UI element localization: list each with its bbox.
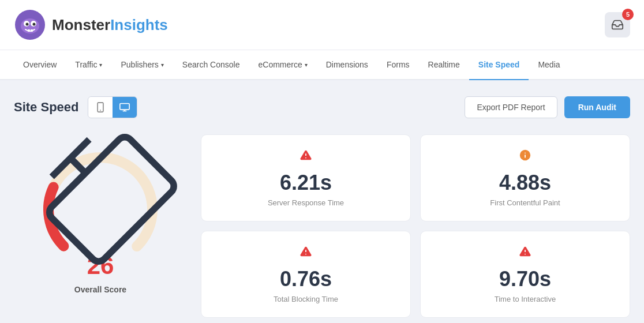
svg-point-28 [525, 254, 526, 255]
nav-item-media[interactable]: Media [529, 50, 569, 80]
notification-badge: 5 [622, 9, 634, 20]
chevron-down-icon: ▾ [99, 62, 102, 68]
nav-item-publishers[interactable]: Publishers ▾ [111, 50, 173, 80]
logo-text: MonsterInsights [52, 16, 168, 34]
main-content: Site Speed [0, 80, 644, 323]
svg-rect-9 [31, 29, 33, 32]
time-to-interactive-value: 9.70s [499, 267, 551, 291]
warning-icon [299, 245, 312, 261]
page-title: Site Speed [14, 100, 78, 115]
svg-point-4 [26, 23, 29, 26]
metric-card-total-blocking-time: 0.76s Total Blocking Time [201, 231, 411, 318]
score-circle: 26 Overall Score [37, 146, 164, 273]
metric-card-first-contentful-paint: 4.88s First Contentful Paint [420, 134, 630, 221]
main-nav: Overview Traffic ▾ Publishers ▾ Search C… [0, 50, 644, 80]
nav-item-site-speed[interactable]: Site Speed [469, 50, 529, 80]
time-to-interactive-label: Time to Interactive [495, 295, 556, 303]
logo-icon [14, 9, 46, 41]
info-icon [519, 149, 531, 165]
header-actions: Export PDF Report Run Audit [465, 96, 630, 118]
content-area: 26 Overall Score 6.21s Server Response T… [14, 134, 630, 318]
svg-point-21 [305, 157, 306, 159]
chevron-down-icon: ▾ [161, 62, 164, 68]
server-response-time-label: Server Response Time [268, 198, 344, 207]
total-blocking-time-value: 0.76s [280, 267, 332, 291]
nav-item-ecommerce[interactable]: eCommerce ▾ [249, 50, 316, 80]
nav-item-dimensions[interactable]: Dimensions [317, 50, 377, 80]
svg-rect-17 [46, 134, 177, 265]
metric-card-server-response: 6.21s Server Response Time [201, 134, 411, 221]
svg-line-19 [70, 158, 85, 173]
logo-insights: Insights [110, 16, 168, 33]
notification-button[interactable]: 5 [605, 12, 630, 37]
run-audit-button[interactable]: Run Audit [564, 96, 630, 118]
header: MonsterInsights 5 [0, 0, 644, 50]
warning-icon [299, 149, 312, 165]
score-label: Overall Score [74, 285, 126, 294]
chevron-down-icon: ▾ [305, 62, 308, 68]
logo-monster: Monster [52, 16, 110, 33]
metrics-grid: 6.21s Server Response Time 4.88s First C… [201, 134, 630, 318]
svg-rect-12 [120, 103, 129, 110]
page-title-area: Site Speed [14, 96, 137, 118]
server-response-time-value: 6.21s [280, 171, 332, 195]
first-contentful-paint-label: First Contentful Paint [490, 198, 560, 207]
first-contentful-paint-value: 4.88s [499, 171, 551, 195]
nav-item-search-console[interactable]: Search Console [173, 50, 249, 80]
warning-icon [519, 245, 531, 261]
total-blocking-time-label: Total Blocking Time [274, 295, 338, 303]
inbox-icon [611, 18, 624, 31]
svg-point-26 [305, 254, 306, 255]
nav-item-traffic[interactable]: Traffic ▾ [66, 50, 111, 80]
export-pdf-button[interactable]: Export PDF Report [465, 96, 557, 118]
nav-item-overview[interactable]: Overview [14, 50, 66, 80]
logo-area: MonsterInsights [14, 9, 168, 41]
desktop-icon [119, 103, 130, 112]
svg-point-5 [33, 23, 36, 26]
svg-rect-8 [28, 29, 30, 32]
score-panel: 26 Overall Score [14, 134, 187, 284]
metric-card-time-to-interactive: 9.70s Time to Interactive [420, 231, 630, 318]
nav-item-forms[interactable]: Forms [377, 50, 419, 80]
header-right: 5 [605, 12, 630, 37]
nav-item-realtime[interactable]: Realtime [419, 50, 469, 80]
monitor-icon [10, 98, 190, 277]
score-inner: 26 Overall Score [37, 125, 164, 294]
